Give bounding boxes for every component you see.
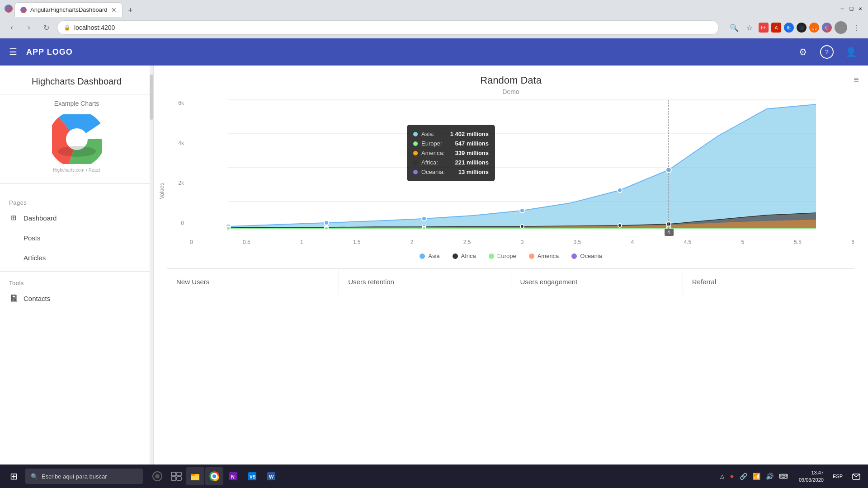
onenote-icon: N <box>228 471 238 481</box>
taskbar-cortana-button[interactable] <box>148 467 166 485</box>
chart-menu-button[interactable]: ≡ <box>854 75 859 85</box>
x-label-1: 1 <box>300 239 303 245</box>
legend-label-europe: Europe <box>497 253 516 259</box>
maximize-button[interactable]: ❑ <box>848 5 854 12</box>
x-label-5: 5 <box>741 239 744 245</box>
hamburger-icon[interactable]: ☰ <box>9 47 17 57</box>
profile-icon[interactable]: 👤 <box>843 44 859 60</box>
y-label-2k: 2k <box>178 180 184 186</box>
browser-chrome: AngularHighchartsDashboard ✕ + ─ ❑ ✕ ‹ ›… <box>0 0 868 38</box>
tooltip-dot-africa <box>413 160 418 165</box>
taskbar-volume-icon[interactable]: 🔊 <box>766 473 774 480</box>
legend-label-asia: Asia <box>428 253 439 259</box>
legend-item-oceania[interactable]: Oceania <box>571 253 602 259</box>
y-label-0: 0 <box>181 220 184 226</box>
posts-icon <box>9 233 18 242</box>
forward-button[interactable]: › <box>23 21 35 34</box>
url-bar[interactable]: 🔒 localhost:4200 <box>57 20 719 35</box>
x-label-15: 1.5 <box>353 239 361 245</box>
new-tab-button[interactable]: + <box>124 4 137 17</box>
svg-text:N: N <box>231 474 235 479</box>
content-area: Random Data Demo ≡ 6k 4k 2k 0 Values <box>154 66 868 472</box>
taskbar-search-icon: 🔍 <box>31 473 38 480</box>
help-icon[interactable]: ? <box>820 45 834 59</box>
tab-close-button[interactable]: ✕ <box>111 6 117 14</box>
back-button[interactable]: ‹ <box>5 21 18 34</box>
taskbar-antivirus-icon: ● <box>730 472 734 480</box>
reload-button[interactable]: ↻ <box>40 21 52 34</box>
taskbar-task-view-button[interactable] <box>167 467 185 485</box>
taskbar-clock[interactable]: 13:47 09/03/2020 <box>795 469 827 484</box>
legend-dot-africa <box>453 253 458 259</box>
x-label-45: 4.5 <box>684 239 691 245</box>
ext4-button[interactable]: 🌑 <box>797 23 807 33</box>
x-label-25: 2.5 <box>463 239 471 245</box>
sidebar-scrollbar-track[interactable] <box>150 66 153 472</box>
sidebar-divider-2 <box>0 271 153 272</box>
sidebar-nav: Pages ⊞ Dashboard Posts Articles Tools 📓 <box>0 188 153 315</box>
legend-item-europe[interactable]: Europe <box>489 253 516 259</box>
taskbar-onenote-button[interactable]: N <box>224 467 242 485</box>
chart-title: Random Data <box>167 75 854 86</box>
tab-favicon <box>20 7 27 13</box>
card-title-users-engagement: Users engagement <box>520 278 674 286</box>
active-tab[interactable]: AngularHighchartsDashboard ✕ <box>14 2 123 17</box>
taskbar-word-button[interactable]: W <box>262 467 280 485</box>
bookmark-button[interactable]: ☆ <box>743 21 756 34</box>
sidebar-subtitle: Example Charts <box>0 94 153 107</box>
taskbar: ⊞ 🔍 Escribe aquí para buscar <box>0 465 868 488</box>
legend-item-america[interactable]: America <box>529 253 559 259</box>
window-controls: ─ ❑ ✕ <box>839 5 863 12</box>
taskbar-lang: ESP <box>829 474 846 479</box>
taskbar-show-hidden-button[interactable]: △ <box>720 473 724 479</box>
sidebar-scrollbar-thumb[interactable] <box>150 75 153 120</box>
taskbar-start-button[interactable]: ⊞ <box>4 466 24 486</box>
ext3-button[interactable]: IE <box>784 23 794 33</box>
ext2-button[interactable]: A <box>771 23 781 33</box>
settings-icon[interactable]: ⚙ <box>795 44 811 60</box>
svg-text:VS: VS <box>250 474 256 479</box>
chart-body: 6k 4k 2k 0 Values <box>167 100 854 259</box>
sidebar-pie-chart <box>52 114 102 164</box>
sidebar-chart-preview: Highcharts.com • React <box>0 107 153 180</box>
svg-rect-13 <box>177 472 181 476</box>
taskbar-vscode-button[interactable]: VS <box>243 467 261 485</box>
zoom-button[interactable]: 🔍 <box>728 21 741 34</box>
svg-rect-18 <box>191 474 195 476</box>
title-bar: AngularHighchartsDashboard ✕ + ─ ❑ ✕ <box>0 0 868 17</box>
dashboard-icon: ⊞ <box>9 213 18 222</box>
user-avatar[interactable] <box>835 21 847 34</box>
sidebar-item-contacts[interactable]: 📓 Contacts <box>0 288 153 308</box>
sidebar-item-dashboard[interactable]: ⊞ Dashboard <box>0 208 153 228</box>
tooltip-dot-asia <box>413 132 418 136</box>
ext6-button[interactable]: C <box>822 23 832 33</box>
ext5-button[interactable]: 🦊 <box>809 23 819 33</box>
svg-rect-12 <box>171 472 176 476</box>
taskbar-notifications-button[interactable] <box>848 468 864 484</box>
sidebar-divider-1 <box>0 183 153 184</box>
sidebar-item-articles[interactable]: Articles <box>0 248 153 267</box>
card-title-referral: Referral <box>692 278 845 286</box>
asia-point-4 <box>618 188 622 192</box>
taskbar-chrome-button[interactable] <box>205 467 223 485</box>
x-label-55: 5.5 <box>794 239 802 245</box>
tab-bar: AngularHighchartsDashboard ✕ + <box>13 0 839 17</box>
minimize-button[interactable]: ─ <box>839 5 845 12</box>
legend-item-asia[interactable]: Asia <box>420 253 439 259</box>
svg-point-20 <box>212 474 216 478</box>
taskbar-search[interactable]: 🔍 Escribe aquí para buscar <box>25 469 143 484</box>
taskbar-time: 13:47 <box>799 469 824 477</box>
card-users-engagement: Users engagement <box>511 269 683 295</box>
close-button[interactable]: ✕ <box>857 5 863 12</box>
chart-section: Random Data Demo ≡ 6k 4k 2k 0 Values <box>154 66 868 337</box>
card-title-users-retention: Users retention <box>348 278 501 286</box>
sidebar-item-posts[interactable]: Posts <box>0 228 153 248</box>
x-label-35: 3.5 <box>574 239 581 245</box>
taskbar-files-button[interactable] <box>186 467 204 485</box>
url-text: localhost:4200 <box>74 24 115 31</box>
articles-icon <box>9 253 18 262</box>
legend-item-africa[interactable]: Africa <box>453 253 476 259</box>
more-button[interactable]: ⋮ <box>850 21 863 34</box>
ext1-button[interactable]: FF <box>759 23 769 33</box>
tooltip-value-africa: 221 millions <box>455 159 489 166</box>
